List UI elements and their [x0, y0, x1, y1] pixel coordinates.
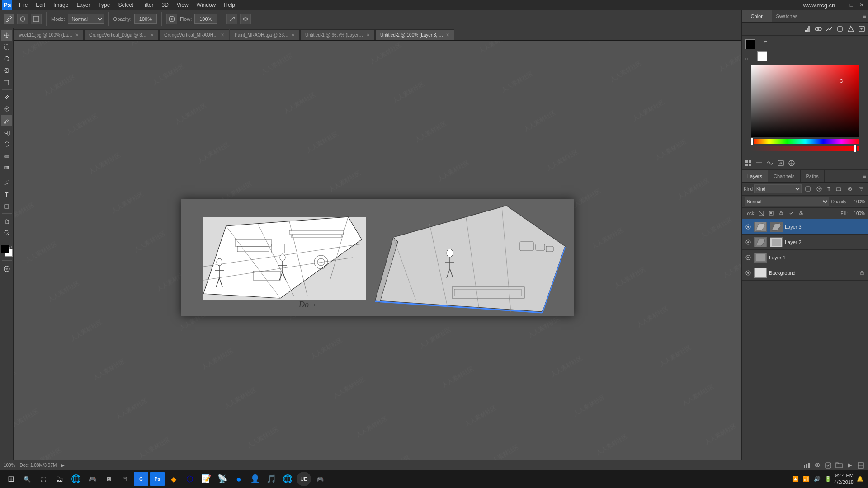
adj-btn-1[interactable] — [744, 159, 753, 168]
lock-image-btn[interactable] — [767, 209, 775, 217]
lock-all-btn[interactable] — [797, 209, 805, 217]
tab-2-close[interactable]: ✕ — [221, 33, 224, 38]
taskbar-icon-epic[interactable]: 🎮 — [313, 472, 327, 486]
flow-input[interactable] — [194, 14, 217, 24]
smooth-btn[interactable] — [240, 14, 251, 24]
tab-0[interactable]: week11.jpg @ 100% (Layer 2, RGB/88... ✕ — [14, 29, 84, 40]
taskbar-icon-explorer[interactable]: 🗂 — [52, 472, 67, 486]
taskbar-icon-app6[interactable]: ⬡ — [183, 472, 197, 486]
pen-tool[interactable] — [1, 177, 12, 188]
menu-image[interactable]: Image — [50, 1, 72, 9]
opacity-input[interactable] — [134, 14, 157, 24]
layer-item-1[interactable]: Layer 2 — [742, 235, 868, 250]
taskbar-icon-app2[interactable]: 🖥 — [101, 472, 116, 486]
menu-view[interactable]: View — [173, 1, 192, 9]
eraser-tool[interactable] — [1, 150, 12, 161]
taskbar-icon-app12[interactable]: 🌐 — [280, 472, 295, 486]
layers-panel-menu[interactable]: ≡ — [863, 173, 866, 179]
opacity-value[interactable]: 100% — [849, 199, 865, 204]
tab-2[interactable]: GrungeVertical_MRAOH.tga @ 33.3% (Alpha … — [159, 29, 229, 40]
taskbar-cortana[interactable]: 🔍 — [20, 472, 34, 486]
brush-tool-btn[interactable] — [4, 14, 14, 24]
adj-icon-3[interactable] — [825, 24, 834, 33]
layers-tab[interactable]: Layers — [742, 170, 768, 182]
tool-option2[interactable] — [31, 14, 42, 24]
adj-btn-5[interactable] — [787, 159, 796, 168]
lock-artboard-btn[interactable] — [787, 209, 795, 217]
paths-tab[interactable]: Paths — [801, 170, 825, 182]
adj-icon-2[interactable] — [814, 24, 823, 33]
taskbar-icon-chrome[interactable]: 🌐 — [69, 472, 83, 486]
layer-1-visibility[interactable] — [745, 239, 752, 246]
tab-1[interactable]: GrungeVertical_D.tga @ 33.3% (Layer 2, L… — [84, 29, 159, 40]
blend-mode-dropdown[interactable]: Normal Multiply Screen — [745, 197, 829, 206]
eyedropper-tool[interactable] — [1, 92, 12, 103]
layer-item-2[interactable]: Layer 1 — [742, 250, 868, 265]
canvas-document[interactable]: Do→ — [181, 199, 574, 316]
layer-0-visibility[interactable] — [745, 223, 752, 230]
menu-file[interactable]: File — [15, 1, 31, 9]
taskbar-time[interactable]: 9:44 PM 4/2/2018 — [834, 472, 854, 486]
fg-bg-colors[interactable]: ⇄ — [1, 245, 13, 257]
tool-option1[interactable] — [17, 14, 28, 24]
airbrush-btn[interactable] — [226, 14, 237, 24]
alpha-slider[interactable] — [751, 146, 859, 151]
menu-window[interactable]: Window — [193, 1, 220, 9]
adj-btn-2[interactable] — [755, 159, 764, 168]
tray-battery[interactable]: 🔋 — [823, 474, 832, 483]
taskbar-icon-app5[interactable]: ◆ — [166, 472, 181, 486]
taskbar-icon-app4[interactable]: G — [134, 472, 148, 486]
taskbar-icon-app8[interactable]: 📡 — [215, 472, 230, 486]
menu-filter[interactable]: Filter — [138, 1, 157, 9]
layer-filter-shape[interactable] — [834, 184, 844, 193]
tray-1[interactable]: 🔼 — [791, 474, 800, 483]
taskbar-icon-ps[interactable]: Ps — [150, 472, 165, 486]
menu-help[interactable]: Help — [220, 1, 239, 9]
taskbar-icon-app11[interactable]: 🎵 — [264, 472, 278, 486]
adj-icon-4[interactable] — [835, 24, 844, 33]
gradient-tool[interactable] — [1, 162, 12, 173]
color-tab[interactable]: Color — [742, 10, 772, 22]
adj-icon-1[interactable] — [803, 24, 812, 33]
taskbar-icon-app10[interactable]: 👤 — [248, 472, 262, 486]
tab-4[interactable]: Untitled-1 @ 66.7% (Layer 1, RGB/88... ✕ — [300, 29, 375, 40]
canvas-area[interactable]: 人人素材社区 — [14, 41, 741, 474]
menu-layer[interactable]: Layer — [73, 1, 94, 9]
hand-tool[interactable] — [1, 216, 12, 226]
menu-select[interactable]: Select — [114, 1, 137, 9]
tab-1-close[interactable]: ✕ — [150, 33, 154, 38]
channels-tab[interactable]: Channels — [768, 170, 800, 182]
tab-5[interactable]: Untitled-2 @ 100% (Layer 3, RGB/84#) * ✕ — [375, 29, 454, 40]
window-maximize[interactable]: □ — [848, 2, 855, 8]
adj-btn-3[interactable] — [765, 159, 774, 168]
brush-preset-btn[interactable] — [166, 14, 177, 24]
tray-notifications[interactable]: 🔔 — [855, 474, 864, 483]
taskbar-icon-app3[interactable]: 🖹 — [118, 472, 132, 486]
clone-tool[interactable] — [1, 127, 12, 138]
swap-icon[interactable]: ⇄ — [764, 39, 767, 44]
reset-icon[interactable]: □ — [745, 57, 748, 61]
hue-slider[interactable] — [751, 139, 859, 144]
layer-filter-smart[interactable] — [845, 184, 855, 193]
brush-tool[interactable] — [1, 115, 12, 126]
foreground-color[interactable] — [1, 245, 9, 253]
lasso-tool[interactable] — [1, 53, 12, 64]
mode-dropdown[interactable]: Normal Multiply Screen — [68, 14, 104, 24]
selection-tool[interactable] — [1, 42, 12, 52]
layer-2-visibility[interactable] — [745, 254, 752, 261]
adj-btn-4[interactable] — [776, 159, 785, 168]
fill-value[interactable]: 100% — [849, 211, 865, 216]
bg-swatch[interactable] — [757, 51, 767, 61]
taskbar-icon-app9[interactable]: ● — [231, 472, 246, 486]
shape-tool[interactable] — [1, 201, 12, 211]
layer-filter-adj[interactable] — [814, 184, 824, 193]
taskbar-icon-app1[interactable]: 🎮 — [85, 472, 99, 486]
move-tool[interactable] — [1, 30, 12, 41]
zoom-tool[interactable] — [1, 227, 12, 238]
fg-swatch[interactable] — [745, 39, 755, 49]
text-tool[interactable]: T — [1, 189, 12, 200]
adj-icon-5[interactable] — [846, 24, 855, 33]
layer-3-visibility[interactable] — [745, 269, 752, 277]
tab-5-close[interactable]: ✕ — [446, 33, 449, 38]
history-tool[interactable] — [1, 139, 12, 150]
